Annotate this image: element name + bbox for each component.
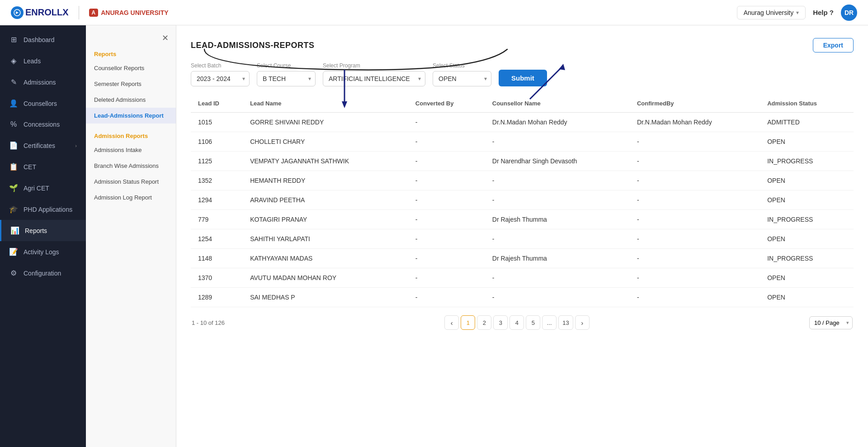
cell-5-3: Dr Rajesh Thumma: [485, 210, 630, 229]
sidebar-label-cet: CET: [24, 163, 36, 171]
pagination-info: 1 - 10 of 126: [192, 319, 225, 326]
cell-4-0: 1294: [191, 190, 243, 210]
anurag-text: ANURAG UNIVERSITY: [101, 9, 168, 16]
cell-1-3: -: [485, 132, 630, 152]
sidebar-item-concessions[interactable]: % Concessions: [0, 114, 86, 135]
sidebar-item-reports[interactable]: 📊 Reports: [0, 220, 86, 241]
cell-8-5: OPEN: [760, 268, 854, 288]
university-selector[interactable]: Anurag University ▾: [737, 6, 806, 19]
table-row: 1125VEMPATY JAGANNATH SATHWIK-Dr Narendh…: [191, 152, 854, 171]
cell-6-1: SAHITHI YARLAPATI: [243, 229, 408, 249]
leads-icon: ◈: [9, 57, 18, 65]
col-admission-status: Admission Status: [760, 95, 854, 113]
sidebar-item-certificates[interactable]: 📄 Certificates ›: [0, 135, 86, 156]
anurag-logo: A ANURAG UNIVERSITY: [89, 9, 169, 17]
col-confirmed-by: ConfirmedBy: [630, 95, 760, 113]
cell-4-2: -: [408, 190, 485, 210]
cell-3-3: -: [485, 171, 630, 190]
page-button-5[interactable]: 5: [526, 315, 540, 330]
content-area: LEAD-ADMISSIONS-REPORTS Export Select Ba…: [176, 25, 868, 447]
sidebar-item-admissions[interactable]: ✎ Admissions: [0, 71, 86, 93]
sidebar-item-leads[interactable]: ◈ Leads: [0, 50, 86, 71]
topbar: ENROLLX A ANURAG UNIVERSITY Anurag Unive…: [0, 0, 868, 25]
logo-area: ENROLLX A ANURAG UNIVERSITY: [11, 6, 169, 19]
cell-5-4: -: [630, 210, 760, 229]
sidebar-item-agri-cet[interactable]: 🌱 Agri CET: [0, 177, 86, 199]
batch-select[interactable]: 2023 - 2024: [191, 71, 250, 86]
sidebar-item-phd[interactable]: 🎓 PHD Applications: [0, 199, 86, 220]
page-title: LEAD-ADMISSIONS-REPORTS: [191, 41, 315, 50]
submit-button[interactable]: Submit: [499, 70, 547, 86]
status-select[interactable]: OPEN: [433, 71, 491, 86]
certificates-icon: 📄: [9, 141, 18, 150]
subpanel-item-deleted-admissions[interactable]: Deleted Admissions: [86, 92, 176, 108]
page-button-3[interactable]: 3: [493, 315, 508, 330]
table-row: 1294ARAVIND PEETHA---OPEN: [191, 190, 854, 210]
per-page-select[interactable]: 10 / Page 20 / Page 50 / Page: [809, 316, 853, 329]
page-button-13[interactable]: 13: [558, 315, 573, 330]
subpanel-item-semester-reports[interactable]: Semester Reports: [86, 76, 176, 92]
table-row: 1254SAHITHI YARLAPATI---OPEN: [191, 229, 854, 249]
subpanel-close-area: ✕: [86, 33, 176, 47]
cell-3-4: -: [630, 171, 760, 190]
sidebar-item-counsellors[interactable]: 👤 Counsellors: [0, 93, 86, 114]
prev-page-button[interactable]: ‹: [444, 315, 459, 330]
sidebar-item-activity-logs[interactable]: 📝 Activity Logs: [0, 241, 86, 262]
table-row: 1352HEMANTH REDDY---OPEN: [191, 171, 854, 190]
cell-6-4: -: [630, 229, 760, 249]
page-button-2[interactable]: 2: [477, 315, 491, 330]
data-table: Lead ID Lead Name Converted By Counsello…: [191, 95, 854, 307]
cell-7-4: -: [630, 249, 760, 268]
close-button[interactable]: ✕: [160, 33, 170, 43]
subpanel-item-counsellor-reports[interactable]: Counsellor Reports: [86, 60, 176, 76]
program-label: Select Program: [323, 62, 425, 69]
page-button-1[interactable]: 1: [461, 315, 475, 330]
program-select[interactable]: ARTIFICIAL INTELLIGENCE: [323, 71, 425, 86]
sidebar-label-phd: PHD Applications: [24, 206, 72, 213]
sidebar-label-agri-cet: Agri CET: [24, 185, 49, 192]
reports-icon: 📊: [10, 226, 19, 235]
main-layout: ⊞ Dashboard ◈ Leads ✎ Admissions 👤 Couns…: [0, 25, 868, 447]
dashboard-icon: ⊞: [9, 35, 18, 44]
cell-2-1: VEMPATY JAGANNATH SATHWIK: [243, 152, 408, 171]
subpanel-item-admission-log-report[interactable]: Admission Log Report: [86, 190, 176, 205]
user-avatar[interactable]: DR: [841, 5, 857, 21]
cell-0-3: Dr.N.Madan Mohan Reddy: [485, 113, 630, 132]
program-select-wrapper: ARTIFICIAL INTELLIGENCE: [323, 71, 425, 86]
sidebar-item-dashboard[interactable]: ⊞ Dashboard: [0, 29, 86, 50]
cell-7-0: 1148: [191, 249, 243, 268]
help-text[interactable]: Help ?: [813, 9, 834, 16]
activity-logs-icon: 📝: [9, 247, 18, 256]
cell-9-0: 1289: [191, 288, 243, 307]
sidebar-item-configuration[interactable]: ⚙ Configuration: [0, 262, 86, 284]
filters-row: Select Batch 2023 - 2024 Select Course B…: [191, 62, 854, 86]
table-head: Lead ID Lead Name Converted By Counsello…: [191, 95, 854, 113]
filter-batch: Select Batch 2023 - 2024: [191, 62, 250, 86]
export-button[interactable]: Export: [813, 38, 854, 52]
cell-5-1: KOTAGIRI PRANAY: [243, 210, 408, 229]
phd-icon: 🎓: [9, 205, 18, 214]
cell-9-1: SAI MEDHAS P: [243, 288, 408, 307]
cell-2-3: Dr Narendhar Singh Devasoth: [485, 152, 630, 171]
sidebar-item-cet[interactable]: 📋 CET: [0, 156, 86, 177]
sidebar-label-reports: Reports: [25, 227, 47, 234]
concessions-icon: %: [9, 120, 18, 128]
cell-8-0: 1370: [191, 268, 243, 288]
subpanel-item-admission-status-report[interactable]: Admission Status Report: [86, 174, 176, 190]
subpanel-item-lead-admissions-report[interactable]: Lead-Admissions Report: [86, 108, 176, 124]
subpanel-reports-title: Reports: [86, 47, 176, 60]
course-select[interactable]: B TECH: [257, 71, 316, 86]
pagination-row: 1 - 10 of 126 ‹ 1 2 3 4 5 ... 13 › 10 / …: [191, 315, 854, 330]
cell-5-5: IN_PROGRESS: [760, 210, 854, 229]
sidebar-label-concessions: Concessions: [24, 121, 60, 128]
cell-9-3: -: [485, 288, 630, 307]
next-page-button[interactable]: ›: [575, 315, 590, 330]
cell-7-2: -: [408, 249, 485, 268]
cell-4-3: -: [485, 190, 630, 210]
table-body: 1015GORRE SHIVANI REDDY-Dr.N.Madan Mohan…: [191, 113, 854, 307]
subpanel-item-admissions-intake[interactable]: Admissions Intake: [86, 142, 176, 158]
cell-5-2: -: [408, 210, 485, 229]
page-button-4[interactable]: 4: [509, 315, 524, 330]
cell-8-1: AVUTU MADAN MOHAN ROY: [243, 268, 408, 288]
subpanel-item-branch-wise[interactable]: Branch Wise Admissions: [86, 158, 176, 174]
